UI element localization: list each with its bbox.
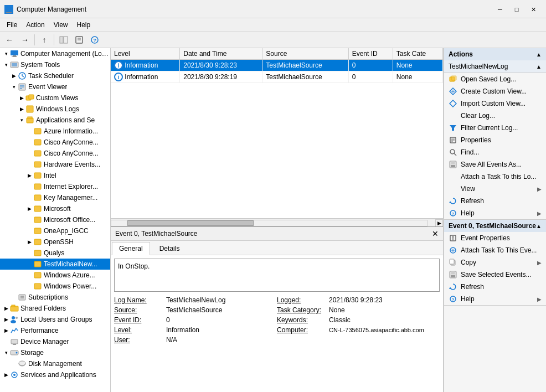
tree-key-mgmt[interactable]: Key Managemer...	[0, 192, 110, 203]
actions-collapse-icon[interactable]: ▲	[536, 51, 542, 58]
tree-event-viewer[interactable]: ▾ Event Viewer	[0, 81, 110, 92]
detail-close-button[interactable]: ✕	[432, 229, 439, 238]
tree-microsoft[interactable]: ▶ Microsoft	[0, 203, 110, 214]
custom-views-expander[interactable]: ▶	[18, 94, 25, 102]
tree-shared-folders[interactable]: ▶ Shared Folders	[0, 303, 110, 314]
win-logs-expander[interactable]: ▶	[18, 105, 25, 113]
apps-svc-expander[interactable]: ▾	[18, 116, 25, 124]
field-source: Source: TestMichaelSource	[114, 305, 277, 315]
task-sched-expander[interactable]: ▶	[10, 72, 18, 80]
tree-ms-office[interactable]: Microsoft Office...	[0, 214, 110, 225]
svg-rect-39	[34, 261, 41, 267]
tb-forward[interactable]: →	[18, 33, 32, 47]
svg-rect-29	[34, 151, 41, 156]
scroll-right-btn[interactable]: ▶	[435, 219, 443, 227]
tree-services-apps[interactable]: ▶ Services and Applications	[0, 369, 110, 380]
tree-windows-logs[interactable]: ▶ Windows Logs	[0, 104, 110, 115]
action-find[interactable]: Find...	[444, 146, 546, 158]
field-logged: Logged: 2021/8/30 9:28:23	[277, 295, 440, 305]
action-properties[interactable]: Properties	[444, 134, 546, 146]
tab-details[interactable]: Details	[152, 242, 187, 255]
tb-properties[interactable]	[72, 33, 86, 47]
system-tools-expander[interactable]: ▾	[2, 61, 10, 69]
tree-oneapp[interactable]: OneApp_IGCC	[0, 225, 110, 236]
tree-storage[interactable]: ▾ Storage	[0, 347, 110, 358]
action-filter-current-log[interactable]: Filter Current Log...	[444, 122, 546, 134]
tree-windows-logs-label: Windows Logs	[36, 105, 79, 113]
action-clear-log[interactable]: Clear Log...	[444, 110, 546, 122]
subheader-arrow-icon[interactable]: ▲	[536, 64, 542, 70]
cisco2-icon	[33, 149, 42, 158]
tree-testmichael-label: TestMichaelNew...	[44, 260, 97, 268]
action-create-custom-view[interactable]: Create Custom View...	[444, 85, 546, 97]
tree-cisco2[interactable]: Cisco AnyConne...	[0, 148, 110, 159]
action-attach-task-event[interactable]: Attach Task To This Eve...	[444, 244, 546, 256]
action-event-props[interactable]: Event Properties	[444, 232, 546, 244]
tree-panel: ▾ Computer Management (Local ▾ System To…	[0, 48, 111, 392]
tb-help[interactable]: ?	[87, 33, 102, 47]
action-refresh-main[interactable]: Refresh	[444, 195, 546, 207]
tb-up[interactable]: ↑	[37, 33, 51, 47]
action-open-saved-log[interactable]: Open Saved Log...	[444, 73, 546, 85]
custom-views-icon	[25, 94, 34, 102]
action-help-event[interactable]: ? Help ▶	[444, 293, 546, 305]
windows-logs-icon	[25, 105, 34, 114]
tree-testmichael[interactable]: TestMichaelNew...	[0, 259, 110, 270]
tree-subscriptions[interactable]: Subscriptions	[0, 292, 110, 303]
action-refresh-main-label: Refresh	[461, 197, 542, 205]
tree-win-azure[interactable]: Windows Azure...	[0, 270, 110, 281]
menu-view[interactable]: View	[49, 19, 73, 30]
tree-event-viewer-label: Event Viewer	[28, 83, 67, 91]
tree-apps-and-services[interactable]: ▾ Applications and Se	[0, 115, 110, 126]
tree-cisco1[interactable]: Cisco AnyConne...	[0, 137, 110, 148]
tab-general[interactable]: General	[112, 242, 150, 255]
tree-ie[interactable]: Internet Explorer...	[0, 181, 110, 192]
copy-icon	[449, 258, 457, 267]
tree-qualys[interactable]: Qualys	[0, 247, 110, 259]
tb-back[interactable]: ←	[2, 33, 17, 47]
action-refresh-event[interactable]: Refresh	[444, 281, 546, 293]
action-save-selected-events[interactable]: Save Selected Events...	[444, 269, 546, 281]
field-keywords: Keywords: Classic	[277, 315, 440, 325]
minimize-button[interactable]: ─	[492, 3, 508, 16]
cisco1-icon	[33, 138, 42, 147]
root-expander[interactable]: ▾	[2, 50, 10, 58]
svg-rect-73	[451, 161, 455, 164]
maximize-button[interactable]: □	[508, 3, 525, 16]
menu-file[interactable]: File	[2, 19, 22, 30]
tree-azure-info[interactable]: Azure Informatio...	[0, 126, 110, 137]
find-icon	[449, 148, 457, 157]
menu-help[interactable]: Help	[73, 19, 95, 30]
table-row[interactable]: i Information 2021/8/30 9:28:19 TestMich…	[111, 71, 443, 83]
tree-hardware-events[interactable]: Hardware Events...	[0, 159, 110, 170]
svg-rect-30	[34, 162, 41, 167]
detail-fields: Log Name: TestMichaelNewLog Logged: 2021…	[114, 295, 440, 345]
svg-text:?: ?	[452, 297, 455, 302]
action-view[interactable]: View ▶	[444, 183, 546, 195]
action-help-main[interactable]: ? Help ▶	[444, 207, 546, 219]
action-import-custom-view[interactable]: Import Custom View...	[444, 97, 546, 110]
win-azure-icon	[33, 271, 42, 280]
tree-performance[interactable]: ▶ Performance	[0, 325, 110, 336]
tree-disk-management[interactable]: Disk Management	[0, 358, 110, 369]
tree-root[interactable]: ▾ Computer Management (Local	[0, 48, 110, 59]
action-copy[interactable]: Copy ▶	[444, 256, 546, 269]
tree-local-users[interactable]: ▶ Local Users and Groups	[0, 314, 110, 325]
tree-device-manager[interactable]: Device Manager	[0, 336, 110, 347]
tree-task-scheduler[interactable]: ▶ Task Scheduler	[0, 70, 110, 81]
event-list[interactable]: Level Date and Time Source Event ID Task…	[111, 48, 443, 219]
tree-openssh[interactable]: ▶ OpenSSH	[0, 236, 110, 247]
tree-system-tools[interactable]: ▾ System Tools	[0, 59, 110, 70]
horizontal-scrollbar[interactable]: ▶	[111, 219, 443, 226]
tree-win-power[interactable]: Windows Power...	[0, 281, 110, 292]
event-viewer-expander[interactable]: ▾	[10, 83, 18, 91]
menu-action[interactable]: Action	[22, 19, 49, 30]
event-actions-collapse-icon[interactable]: ▲	[536, 223, 542, 229]
tb-show-hide[interactable]	[56, 33, 71, 47]
tree-custom-views[interactable]: ▶ Custom Views	[0, 92, 110, 104]
table-row[interactable]: i Information 2021/8/30 9:28:23 TestMich…	[111, 60, 443, 71]
action-save-all-events[interactable]: Save All Events As...	[444, 158, 546, 171]
tree-intel[interactable]: ▶ Intel	[0, 170, 110, 181]
action-attach-task[interactable]: Attach a Task To this Lo...	[444, 171, 546, 183]
close-button[interactable]: ✕	[525, 3, 542, 16]
